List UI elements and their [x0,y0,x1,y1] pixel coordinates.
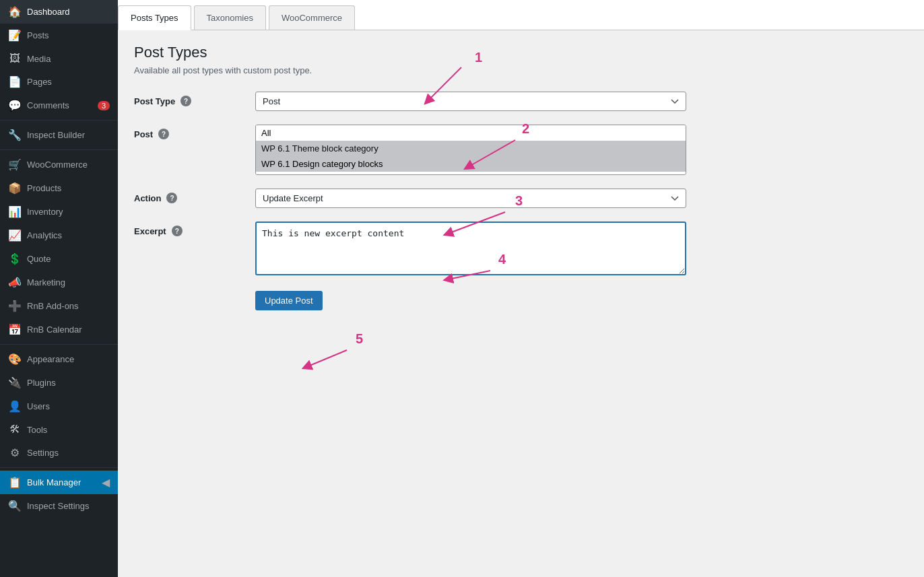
main-wrapper: Posts Types Taxonomies WooCommerce Post … [118,0,924,577]
sidebar-item-analytics[interactable]: 📈 Analytics [0,224,118,247]
sidebar-item-tools[interactable]: 🛠 Tools [0,418,118,441]
post-list-theme[interactable]: WP 6.1 Theme block category [256,141,686,156]
quote-icon: 💲 [8,252,22,265]
update-post-button[interactable]: Update Post [255,291,323,310]
sidebar-item-inventory[interactable]: 📊 Inventory [0,200,118,224]
page-content: Post Types Available all post types with… [118,30,924,577]
sidebar: 🏠 Dashboard 📝 Posts 🖼 Media 📄 Pages 💬 Co… [0,0,118,577]
sidebar-item-inspect-builder[interactable]: 🔧 Inspect Builder [0,123,118,147]
sidebar-item-woocommerce[interactable]: 🛒 WooCommerce [0,153,118,176]
marketing-icon: 📣 [8,276,22,289]
sidebar-item-inspect-settings[interactable]: 🔍 Inspect Settings [0,494,118,518]
sidebar-item-rnb-calendar[interactable]: 📅 RnB Calendar [0,318,118,341]
sidebar-item-comments[interactable]: 💬 Comments 3 [0,94,118,117]
excerpt-row: Excerpt ? This is new excerpt content [134,222,908,277]
page-title: Post Types [134,44,908,61]
sidebar-label-marketing: Marketing [27,277,65,287]
post-field: All WP 6.1 Theme block category WP 6.1 D… [255,125,686,175]
post-row: Post ? All WP 6.1 Theme block category W… [134,125,908,175]
sidebar-item-media[interactable]: 🖼 Media [0,47,118,70]
sidebar-label-inventory: Inventory [27,207,63,217]
excerpt-textarea[interactable]: This is new excerpt content [255,222,686,275]
sidebar-item-marketing[interactable]: 📣 Marketing [0,271,118,294]
appearance-icon: 🎨 [8,353,22,366]
submit-row: Update Post [134,291,908,310]
sidebar-label-products: Products [27,183,61,193]
post-list-all[interactable]: All [256,125,686,141]
sidebar-label-woocommerce: WooCommerce [27,160,88,170]
post-type-label: Post Type ? [134,92,255,106]
post-type-row: Post Type ? Post Page Product Custom [134,92,908,111]
sidebar-label-quote: Quote [27,254,51,264]
pages-icon: 📄 [8,75,22,88]
sidebar-label-posts: Posts [27,30,49,40]
excerpt-field: This is new excerpt content [255,222,686,277]
woocommerce-icon: 🛒 [8,158,22,171]
post-list-media[interactable]: WP 6.1 Media category blocks [256,172,686,175]
action-field: Update Excerpt Update Title Update Conte… [255,189,686,208]
sidebar-item-bulk-manager[interactable]: 📋 Bulk Manager ◀ [0,471,118,494]
sidebar-label-analytics: Analytics [27,230,62,240]
sidebar-label-appearance: Appearance [27,354,74,364]
sidebar-label-pages: Pages [27,77,52,87]
sidebar-label-media: Media [27,54,51,64]
sidebar-label-dashboard: Dashboard [27,7,70,17]
sidebar-label-rnb-addons: RnB Add-ons [27,301,79,311]
sidebar-item-quote[interactable]: 💲 Quote [0,247,118,271]
main-content: Posts Types Taxonomies WooCommerce Post … [118,0,924,577]
sidebar-item-pages[interactable]: 📄 Pages [0,70,118,94]
sidebar-label-inspect-settings: Inspect Settings [27,501,90,511]
sidebar-label-settings: Settings [27,448,59,458]
bulk-manager-collapse-icon: ◀ [102,476,110,489]
excerpt-label: Excerpt ? [134,222,255,236]
tab-woocommerce[interactable]: WooCommerce [269,5,355,30]
sidebar-label-tools: Tools [27,425,47,435]
users-icon: 👤 [8,400,22,413]
sidebar-item-plugins[interactable]: 🔌 Plugins [0,371,118,395]
page-subtitle: Available all post types with custom pos… [134,65,908,75]
plugins-icon: 🔌 [8,376,22,389]
post-type-select[interactable]: Post Page Product Custom [255,92,686,111]
sidebar-item-users[interactable]: 👤 Users [0,395,118,418]
action-select[interactable]: Update Excerpt Update Title Update Conte… [255,189,686,208]
tabs-bar: Posts Types Taxonomies WooCommerce [118,0,924,30]
comments-badge: 3 [98,101,110,110]
post-listbox[interactable]: All WP 6.1 Theme block category WP 6.1 D… [255,125,686,175]
action-label: Action ? [134,189,255,203]
rnb-calendar-icon: 📅 [8,323,22,336]
sidebar-item-dashboard[interactable]: 🏠 Dashboard [0,0,118,24]
sidebar-item-rnb-addons[interactable]: ➕ RnB Add-ons [0,294,118,318]
action-help-icon[interactable]: ? [166,193,177,203]
rnb-addons-icon: ➕ [8,300,22,312]
post-type-help-icon[interactable]: ? [180,96,191,106]
sidebar-label-bulk-manager: Bulk Manager [27,477,81,487]
sidebar-item-appearance[interactable]: 🎨 Appearance [0,347,118,371]
sidebar-label-comments: Comments [27,100,69,110]
sidebar-item-products[interactable]: 📦 Products [0,176,118,200]
dashboard-icon: 🏠 [8,5,22,18]
sidebar-item-posts[interactable]: 📝 Posts [0,24,118,47]
post-type-field: Post Page Product Custom [255,92,686,111]
inspect-settings-icon: 🔍 [8,500,22,512]
inspect-builder-icon: 🔧 [8,129,22,141]
bulk-manager-icon: 📋 [8,476,22,489]
post-help-icon[interactable]: ? [158,129,169,139]
submit-field: Update Post [255,291,323,310]
tools-icon: 🛠 [8,423,22,436]
excerpt-help-icon[interactable]: ? [172,226,183,236]
sidebar-label-rnb-calendar: RnB Calendar [27,325,82,335]
tab-taxonomies[interactable]: Taxonomies [194,5,266,30]
post-list-design[interactable]: WP 6.1 Design category blocks [256,156,686,172]
posts-icon: 📝 [8,29,22,42]
analytics-icon: 📈 [8,229,22,242]
media-icon: 🖼 [8,53,22,65]
sidebar-label-plugins: Plugins [27,378,56,388]
action-row: Action ? Update Excerpt Update Title Upd… [134,189,908,208]
comments-icon: 💬 [8,99,22,112]
sidebar-item-settings[interactable]: ⚙ Settings [0,441,118,465]
settings-icon: ⚙ [8,446,22,459]
post-label: Post ? [134,125,255,139]
sidebar-label-users: Users [27,401,50,411]
sidebar-label-inspect-builder: Inspect Builder [27,130,85,140]
tab-posts-types[interactable]: Posts Types [118,5,191,30]
